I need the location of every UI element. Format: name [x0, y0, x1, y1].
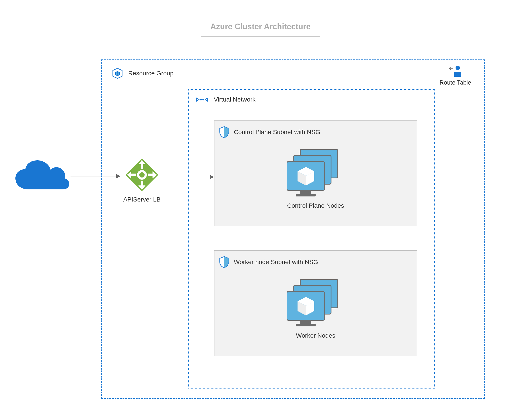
virtual-network-container: Virtual Network Control Plane Subnet wit… — [188, 89, 435, 389]
svg-rect-21 — [300, 190, 311, 194]
svg-point-6 — [139, 172, 145, 178]
title-underline — [201, 36, 320, 37]
svg-point-17 — [203, 99, 204, 100]
resource-group-header: Resource Group — [111, 67, 173, 80]
worker-nodes-label: Worker Nodes — [215, 332, 417, 339]
resource-group-icon — [111, 67, 124, 80]
shield-icon — [219, 256, 230, 268]
shield-icon — [219, 126, 230, 138]
route-table-label: Route Table — [436, 79, 475, 86]
control-plane-vm-stack-icon — [287, 149, 344, 198]
svg-point-15 — [200, 99, 201, 100]
svg-rect-30 — [296, 324, 316, 326]
svg-rect-3 — [454, 72, 461, 77]
load-balancer-label: APIServer LB — [120, 196, 164, 203]
svg-rect-29 — [300, 320, 311, 324]
control-plane-subnet-header: Control Plane Subnet with NSG — [219, 126, 320, 138]
control-plane-nodes-label: Control Plane Nodes — [215, 202, 417, 209]
resource-group-container: Resource Group Route Table — [101, 60, 485, 399]
worker-subnet-header: Worker node Subnet with NSG — [219, 256, 318, 268]
load-balancer-icon — [124, 157, 160, 193]
vnet-header: Virtual Network — [195, 95, 255, 104]
diagram-title: Azure Cluster Architecture — [210, 22, 311, 31]
svg-point-2 — [456, 66, 460, 70]
worker-subnet-label: Worker node Subnet with NSG — [234, 259, 318, 266]
control-plane-subnet: Control Plane Subnet with NSG — [214, 120, 417, 226]
vnet-label: Virtual Network — [214, 96, 255, 103]
worker-subnet: Worker node Subnet with NSG — [214, 250, 417, 356]
route-table-icon — [447, 65, 463, 78]
vnet-icon — [195, 95, 208, 104]
control-plane-subnet-label: Control Plane Subnet with NSG — [234, 129, 320, 136]
resource-group-label: Resource Group — [128, 70, 173, 77]
load-balancer-block: APIServer LB — [120, 157, 164, 203]
worker-vm-stack-icon — [287, 279, 344, 328]
route-table-block: Route Table — [436, 65, 475, 86]
svg-rect-22 — [296, 194, 316, 196]
cloud-icon — [13, 158, 70, 194]
svg-point-16 — [201, 99, 203, 100]
